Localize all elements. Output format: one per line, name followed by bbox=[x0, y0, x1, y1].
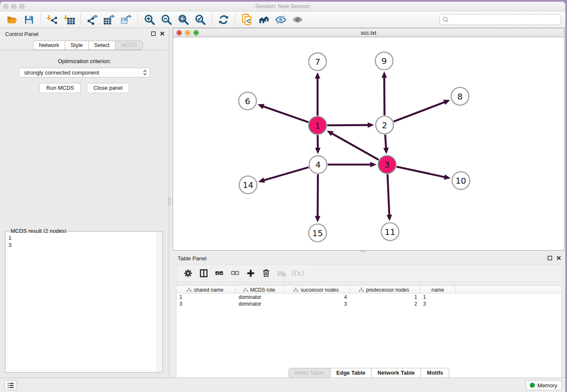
tab-select[interactable]: Select bbox=[89, 41, 116, 50]
select-all-rows-button[interactable] bbox=[212, 266, 226, 280]
control-panel-tabs: NetworkStyleSelectMCDS bbox=[33, 41, 143, 50]
table-panel: Table Panel f(x) shared nameMCDS rolesuc… bbox=[173, 252, 565, 378]
column-header-label: predecessor nodes bbox=[366, 287, 409, 293]
table-cell[interactable]: 4 bbox=[284, 294, 350, 301]
graph-edge-4-15[interactable] bbox=[318, 174, 318, 217]
search-field[interactable] bbox=[439, 14, 561, 25]
close-panel-button[interactable]: Close panel bbox=[87, 83, 129, 93]
column-header-predecessor-nodes[interactable]: predecessor nodes bbox=[350, 286, 420, 294]
apply-layout-button[interactable] bbox=[216, 13, 231, 26]
export-table-button[interactable] bbox=[102, 13, 117, 26]
result-scrollbar[interactable] bbox=[157, 232, 162, 372]
table-row[interactable]: 3dominator323 bbox=[176, 301, 561, 307]
export-network-button[interactable] bbox=[85, 13, 100, 26]
show-all-button[interactable] bbox=[290, 13, 305, 26]
main-toolbar bbox=[0, 11, 565, 28]
export-image-button[interactable] bbox=[118, 13, 134, 26]
control-panel: Control Panel NetworkStyleSelectMCDS Opt… bbox=[0, 28, 169, 378]
toolbar-separator bbox=[40, 13, 41, 26]
toggle-columns-button[interactable] bbox=[196, 266, 211, 280]
close-panel-icon[interactable] bbox=[159, 30, 165, 37]
criterion-select[interactable]: strongly connected component bbox=[19, 68, 150, 77]
tab-style[interactable]: Style bbox=[65, 41, 89, 50]
duplicate-network-button[interactable] bbox=[239, 13, 254, 26]
table-toolbar: f(x) bbox=[176, 264, 562, 282]
save-session-button[interactable] bbox=[21, 13, 36, 26]
first-neighbors-button[interactable] bbox=[256, 13, 271, 26]
run-mcds-button[interactable]: Run MCDS bbox=[39, 83, 81, 93]
mcds-tab-content: Optimization criterion: strongly connect… bbox=[0, 50, 169, 378]
import-network-button[interactable] bbox=[44, 13, 60, 26]
graph-node-label-14: 14 bbox=[242, 180, 253, 190]
task-history-button[interactable] bbox=[4, 380, 17, 390]
table-cell[interactable]: 3 bbox=[284, 301, 350, 307]
memory-status-icon bbox=[530, 383, 535, 388]
tab-mcds[interactable]: MCDS bbox=[116, 41, 143, 50]
tab-node-table[interactable]: Node Table bbox=[289, 368, 330, 378]
graph-edge-arrowhead bbox=[383, 148, 389, 154]
zoom-out-button[interactable] bbox=[159, 13, 174, 26]
graph-edge-arrowhead bbox=[370, 162, 377, 167]
close-table-panel-icon[interactable] bbox=[556, 255, 562, 261]
search-icon bbox=[442, 16, 449, 23]
graph-edge-arrowhead bbox=[258, 177, 265, 182]
graph-edge-3-1[interactable] bbox=[331, 133, 378, 160]
mcds-result-list[interactable]: 13 bbox=[7, 233, 156, 371]
import-table-button[interactable] bbox=[61, 13, 77, 26]
column-header-label: successor nodes bbox=[300, 287, 339, 293]
zoom-fit-button[interactable] bbox=[176, 13, 191, 26]
zoom-in-button[interactable] bbox=[142, 13, 157, 26]
unselect-all-rows-button[interactable] bbox=[228, 266, 242, 280]
tab-network[interactable]: Network bbox=[33, 41, 65, 50]
graph-edge-2-3[interactable] bbox=[385, 135, 386, 149]
graph-edge-1-2[interactable] bbox=[327, 125, 369, 125]
open-file-button[interactable] bbox=[4, 13, 19, 26]
memory-label: Memory bbox=[537, 382, 557, 389]
column-type-icon bbox=[359, 287, 364, 292]
add-column-button[interactable] bbox=[243, 266, 258, 280]
graph-edge-2-9[interactable] bbox=[384, 77, 385, 116]
network-canvas[interactable]: 7968124314101511 bbox=[173, 37, 564, 251]
delete-column-button[interactable] bbox=[259, 266, 273, 280]
network-graph[interactable]: 7968124314101511 bbox=[173, 37, 564, 250]
graph-edge-1-6[interactable] bbox=[263, 106, 308, 122]
memory-button[interactable]: Memory bbox=[526, 380, 562, 390]
tab-edge-table[interactable]: Edge Table bbox=[330, 368, 372, 378]
graph-edge-4-14[interactable] bbox=[263, 167, 308, 180]
graph-node-label-6: 6 bbox=[245, 97, 250, 106]
mcds-result-line: 3 bbox=[8, 241, 154, 248]
hide-selected-button[interactable] bbox=[273, 13, 288, 26]
control-panel-title: Control Panel bbox=[5, 31, 39, 37]
zoom-selected-button[interactable] bbox=[193, 13, 208, 26]
table-cell[interactable]: 1 bbox=[350, 294, 420, 301]
graph-edge-3-10[interactable] bbox=[396, 167, 445, 177]
float-table-panel-icon[interactable] bbox=[547, 255, 553, 261]
table-cell[interactable]: dominator bbox=[236, 294, 284, 301]
vertical-splitter-handle[interactable] bbox=[168, 197, 171, 205]
table-cell[interactable]: 2 bbox=[350, 301, 420, 307]
table-row[interactable]: 1dominator411 bbox=[176, 294, 561, 301]
table-panel-header: Table Panel bbox=[173, 252, 565, 263]
search-input[interactable] bbox=[449, 15, 561, 24]
table-settings-button[interactable] bbox=[181, 266, 195, 280]
column-header-name[interactable]: name bbox=[420, 286, 456, 294]
graph-edge-2-8[interactable] bbox=[394, 102, 445, 121]
table-cell[interactable]: 1 bbox=[420, 294, 456, 301]
toolbar-separator bbox=[235, 13, 235, 26]
column-header-successor-nodes[interactable]: successor nodes bbox=[284, 286, 350, 294]
delete-table-button[interactable] bbox=[275, 266, 289, 280]
table-cell[interactable]: 3 bbox=[420, 301, 456, 307]
graph-edge-3-11[interactable] bbox=[388, 174, 389, 216]
table-cell[interactable]: 1 bbox=[176, 294, 236, 301]
tab-motifs[interactable]: Motifs bbox=[421, 368, 449, 378]
criterion-selected-value: strongly connected component bbox=[24, 69, 99, 76]
column-header-mcds-role[interactable]: MCDS role bbox=[236, 286, 284, 294]
table-cell[interactable]: 3 bbox=[176, 301, 236, 307]
float-panel-icon[interactable] bbox=[150, 30, 157, 37]
network-view-window: × − + scc.txt 7968124314101511 bbox=[173, 28, 564, 251]
tab-network-table[interactable]: Network Table bbox=[372, 368, 421, 378]
column-header-shared-name[interactable]: shared name bbox=[176, 286, 236, 294]
table-cell[interactable]: dominator bbox=[236, 301, 284, 307]
function-builder-button[interactable]: f(x) bbox=[290, 266, 305, 280]
network-window-titlebar[interactable]: × − + scc.txt bbox=[173, 28, 564, 37]
